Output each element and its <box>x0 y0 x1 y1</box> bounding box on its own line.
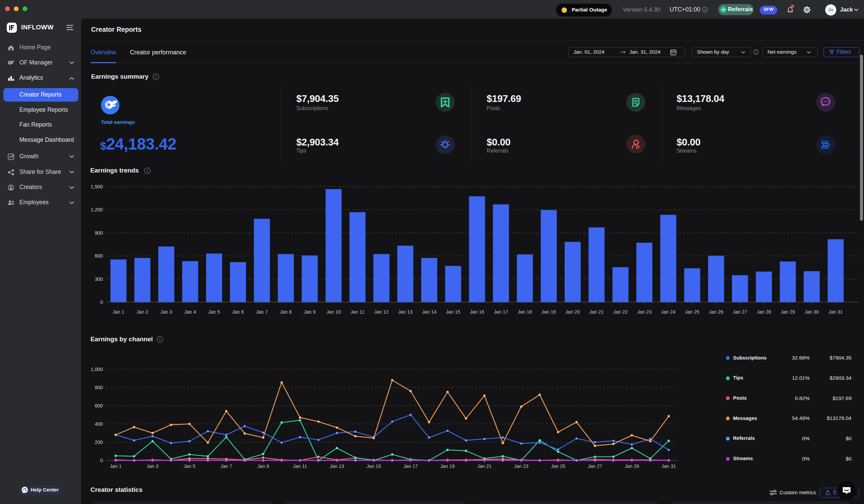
svg-text:1,000: 1,000 <box>91 367 103 372</box>
svg-text:Jan 19: Jan 19 <box>441 464 455 469</box>
svg-text:Jan 3: Jan 3 <box>147 464 159 469</box>
svg-text:0: 0 <box>100 458 103 463</box>
svg-text:Jan 5: Jan 5 <box>184 464 195 469</box>
svg-text:Jan 9: Jan 9 <box>257 464 269 469</box>
svg-text:Jan 31: Jan 31 <box>661 464 676 469</box>
svg-text:Jan 25: Jan 25 <box>551 464 565 469</box>
svg-text:400: 400 <box>95 421 103 427</box>
svg-text:800: 800 <box>95 385 103 390</box>
svg-text:Jan 11: Jan 11 <box>293 464 307 469</box>
svg-text:Jan 1: Jan 1 <box>110 464 121 469</box>
svg-text:Jan 21: Jan 21 <box>477 464 492 469</box>
svg-text:Jan 23: Jan 23 <box>514 464 529 469</box>
svg-text:Jan 7: Jan 7 <box>220 464 232 469</box>
svg-text:200: 200 <box>95 440 103 445</box>
svg-text:Jan 15: Jan 15 <box>367 464 381 469</box>
svg-text:Jan 13: Jan 13 <box>330 464 344 469</box>
svg-text:Jan 29: Jan 29 <box>625 464 639 469</box>
svg-text:600: 600 <box>95 403 103 408</box>
svg-text:Jan 27: Jan 27 <box>588 464 602 469</box>
svg-text:Jan 17: Jan 17 <box>403 464 418 469</box>
